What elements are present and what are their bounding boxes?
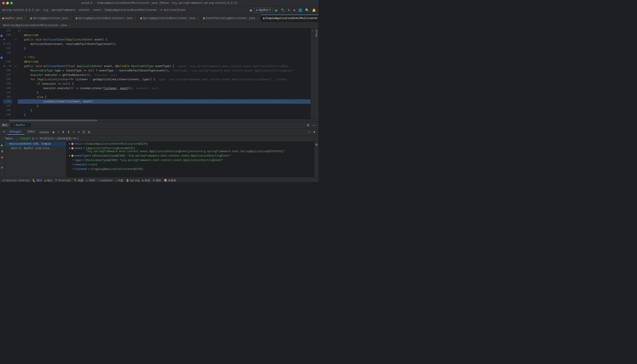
tab-debugger[interactable]: Debugger — [7, 129, 24, 135]
var-eventtype[interactable]: ▶ ⬤ eventType = {ResolvableType@2398} "o… — [66, 154, 314, 158]
line-gutter: 129 130 ● ⊙ 131 132 133 134 ● ⊙ 136 137 … — [3, 28, 14, 119]
step-over-btn2[interactable]: ⤵ — [57, 130, 60, 134]
tab-close-springapplication[interactable]: ✕ — [70, 17, 71, 20]
filter-button[interactable]: ⊟ — [32, 137, 34, 140]
frame-main[interactable]: main:9, AppRun (com.ossa... — [4, 146, 66, 150]
breadcrumb-method[interactable]: ⊕ multicastEvent — [160, 8, 186, 12]
bottom-version-control[interactable]: ⎇ Version Control — [2, 179, 30, 182]
tab-close-eprl[interactable]: ✕ — [257, 17, 258, 20]
bottom-profiler[interactable]: ⏱ Profiler — [55, 179, 71, 182]
var-event[interactable]: ▶ ⬤ event = {ApplicationStartingEvent@22… — [66, 146, 314, 154]
bottom-endpoints[interactable]: ◈ 端点 — [44, 179, 52, 182]
maximize-button[interactable] — [10, 2, 13, 4]
code-line-129: // ... — [18, 28, 310, 33]
code-editor[interactable]: // ... @Override public void multicastEv… — [18, 28, 310, 119]
debug-resume-small[interactable]: ▶ — [0, 143, 4, 147]
bottom-todo[interactable]: ☑ TODO — [86, 179, 95, 182]
tab-close-aaem[interactable]: ✕ — [68, 24, 70, 27]
step-out-button[interactable]: ⬆ — [66, 130, 71, 134]
debug-title-label: 调试: — [2, 123, 9, 127]
debug-pause-small[interactable]: ⏸ — [0, 149, 5, 154]
search-button[interactable]: 🔍 — [304, 8, 310, 12]
maven-panel[interactable]: Maven — [314, 28, 318, 119]
horizontal-scrollbar[interactable] — [0, 119, 318, 122]
tab-close-sal[interactable]: ✕ — [134, 17, 136, 20]
tab-springapplicationrunlisteners[interactable]: SpringApplicationRunListeners.java ✕ — [74, 14, 138, 22]
debug-stop-small[interactable]: ■ — [0, 155, 4, 160]
debug-settings-button[interactable]: ⚙ — [306, 123, 310, 128]
navigate-back-button[interactable]: ◀ — [248, 8, 252, 12]
code-line-139: if (executor != null) { — [18, 82, 310, 86]
var-executor[interactable]: ≡ executor = null — [66, 162, 314, 167]
bottom-build[interactable]: 🔨 构建 — [74, 179, 84, 182]
var-this[interactable]: ▶ ⬤ this = {SimpleApplicationEventMultic… — [66, 142, 314, 146]
tab-close-sarl[interactable]: ✕ — [197, 17, 198, 20]
close-button[interactable] — [2, 2, 5, 4]
build-icon: 🔨 — [74, 179, 77, 182]
frame-main-label: main:9, AppRun (com.ossa... — [11, 147, 54, 150]
step-into-button[interactable]: ⬇ — [61, 130, 66, 134]
add-watch-button[interactable]: + — [308, 130, 311, 134]
var-listener[interactable]: ≡ listener = {LoggingApplicationListener… — [66, 167, 314, 172]
debug-panel-header: 调试: ⊙ AppRun ✕ ⚙ — — [0, 122, 318, 128]
bottom-luacheck[interactable]: ✓ LuaCheck — [98, 179, 113, 182]
code-line-133 — [18, 51, 310, 55]
scroll-thumb[interactable] — [9, 120, 97, 122]
debug-close-button[interactable]: ✕ — [27, 124, 28, 126]
breadcrumb-event[interactable]: event — [93, 8, 101, 12]
debug-variables: ▶ ⬤ this = {SimpleApplicationEventMultic… — [66, 142, 314, 177]
var-type[interactable]: ≡ type = {ResolvableType@2398} "org.spri… — [66, 158, 314, 162]
tab-eventpublishing[interactable]: EventPublishingRunListener.java ✕ — [201, 14, 260, 22]
minimize-button[interactable] — [6, 2, 9, 4]
bottom-problems[interactable]: ⚠ 问题 — [116, 179, 123, 182]
bottom-spring[interactable]: 🍃 Spring — [126, 179, 140, 182]
breadcrumb-springframework[interactable]: springframework — [52, 8, 76, 12]
debug-side-layout[interactable]: ⊞ — [314, 143, 318, 146]
luacheck-icon: ✓ — [98, 179, 99, 182]
thread-dropdown[interactable]: ▼ — [36, 137, 38, 140]
translate-button[interactable]: 🌐 — [298, 8, 303, 12]
run-dropdown-button[interactable]: ▶ AppRun ▼ — [254, 8, 273, 12]
code-line-multicast1: public void multicastEvent(ApplicationEv… — [18, 37, 310, 42]
tab-icon-eprl — [203, 18, 205, 19]
breadcrumb-class[interactable]: SimpleApplicationEventMulticaster — [104, 8, 157, 12]
resume-button[interactable]: ▶ — [52, 130, 56, 134]
tab-abstractapplicationeventmulticaster[interactable]: AbstractApplicationEventMulticaster.java… — [0, 22, 72, 28]
tab-close-apprun[interactable]: ✕ — [24, 17, 26, 20]
frame-multicast[interactable]: → multicastEvent:143, Simple — [4, 142, 66, 146]
breadcrumb-org[interactable]: org — [43, 8, 48, 12]
sync-button[interactable]: ↻ — [287, 8, 291, 12]
run-button[interactable]: ▶ — [274, 8, 279, 12]
tab-springapplicationrunlistener[interactable]: SpringApplicationRunListener.java ✕ — [138, 14, 201, 22]
debug-minimize-button[interactable]: — — [312, 123, 317, 128]
stop-button[interactable]: ■ — [292, 8, 296, 12]
title-bar: ossa3.0 – SimpleApplicationEventMulticas… — [0, 0, 318, 6]
bottom-services[interactable]: ☰ 服务 — [152, 179, 161, 182]
breadcrumb-context[interactable]: context — [79, 8, 90, 12]
bottom-terminal[interactable]: ▶ 终端 — [142, 179, 150, 182]
tab-console[interactable]: 控制台 — [25, 129, 38, 135]
todo-icon: ☑ — [86, 179, 88, 182]
notifications-button[interactable]: 🔔 — [311, 8, 317, 12]
run-config-label: AppRun — [259, 8, 268, 12]
bottom-debug[interactable]: 🐛 调试 — [32, 179, 42, 182]
watches-button[interactable]: ☰ — [82, 130, 86, 134]
debug-session-tab[interactable]: ⊙ AppRun ✕ — [11, 123, 30, 127]
layout-button[interactable]: ⊞ — [87, 130, 91, 134]
breadcrumb-jar[interactable]: spring-context-6.0.2.jar — [2, 8, 40, 12]
debug-rerun-small[interactable]: ⟳ — [0, 166, 4, 170]
code-line-143: invokeListener(listener, event); event: … — [18, 99, 310, 104]
tab-actuator[interactable]: Actuator — [38, 130, 50, 134]
tab-simpleapplicationeventmulticaster[interactable]: SimpleApplicationEventMulticaster.java ✕ — [261, 14, 318, 22]
window-controls[interactable] — [2, 2, 13, 4]
step-over-button[interactable]: ↷ — [2, 130, 6, 134]
run-to-cursor-button[interactable]: ⤦ — [72, 130, 76, 134]
evaluate-button[interactable]: ≡ — [77, 130, 80, 134]
var-executor-icon: ≡ — [72, 163, 74, 166]
tab-springapplication[interactable]: SpringApplication.java ✕ — [28, 14, 73, 22]
expand-panel-button[interactable]: ▼ — [312, 130, 317, 134]
bottom-dependencies[interactable]: 📦 依赖项 — [164, 179, 176, 182]
tab-apprun[interactable]: AppRun.java ✕ — [0, 14, 28, 22]
fold-gutter: ▼ ▼ — [14, 28, 18, 119]
build-button[interactable]: 🔨 — [280, 8, 286, 12]
